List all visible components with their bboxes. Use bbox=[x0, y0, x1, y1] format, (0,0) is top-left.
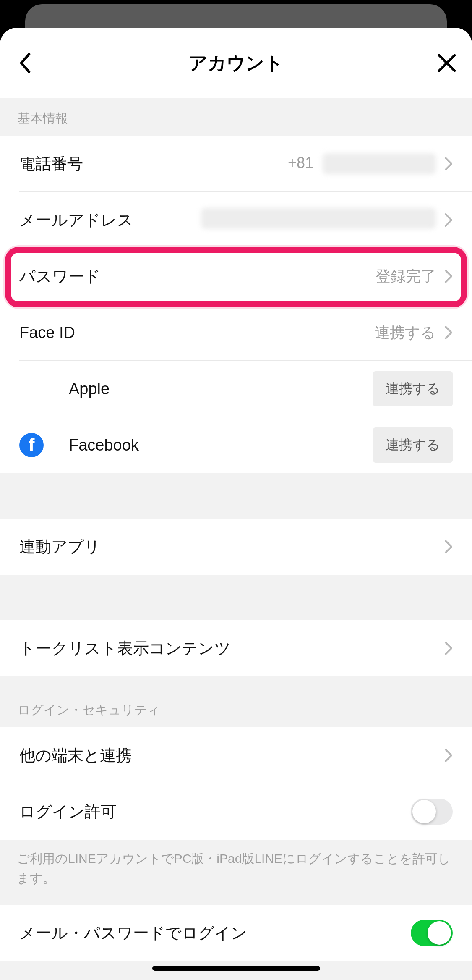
row-value-email bbox=[201, 208, 436, 233]
row-value: 登録完了 bbox=[376, 266, 436, 287]
row-provider-facebook: f Facebook 連携する bbox=[0, 417, 472, 473]
link-facebook-button[interactable]: 連携する bbox=[373, 427, 453, 463]
description-login-allow: ご利用のLINEアカウントでPC版・iPad版LINEにログインすることを許可し… bbox=[0, 840, 472, 905]
back-button[interactable] bbox=[13, 50, 38, 76]
chevron-right-icon bbox=[444, 325, 453, 340]
row-login-allow: ログイン許可 bbox=[0, 783, 472, 840]
chevron-right-icon bbox=[444, 641, 453, 655]
row-label: メール・パスワードでログイン bbox=[19, 922, 411, 944]
chevron-right-icon bbox=[444, 269, 453, 283]
header-bar: アカウント bbox=[0, 28, 472, 98]
row-value-phone: +81 bbox=[288, 153, 436, 174]
chevron-right-icon bbox=[444, 748, 453, 763]
row-label: トークリスト表示コンテンツ bbox=[19, 638, 444, 659]
section-header-basic: 基本情報 bbox=[0, 98, 472, 136]
row-label: メールアドレス bbox=[19, 210, 201, 231]
row-talklist-content[interactable]: トークリスト表示コンテンツ bbox=[0, 620, 472, 676]
close-button[interactable] bbox=[434, 50, 459, 76]
row-label: ログイン許可 bbox=[19, 801, 411, 823]
provider-label: Facebook bbox=[69, 436, 373, 454]
row-mail-password-login: メール・パスワードでログイン bbox=[0, 905, 472, 961]
row-label: 他の端末と連携 bbox=[19, 745, 444, 766]
row-other-device[interactable]: 他の端末と連携 bbox=[0, 727, 472, 783]
chevron-left-icon bbox=[19, 53, 31, 73]
chevron-right-icon bbox=[444, 540, 453, 554]
row-label: 連動アプリ bbox=[19, 536, 444, 558]
row-label: Face ID bbox=[19, 324, 375, 342]
home-indicator[interactable] bbox=[152, 966, 320, 971]
link-apple-button[interactable]: 連携する bbox=[373, 371, 453, 406]
row-linked-apps[interactable]: 連動アプリ bbox=[0, 519, 472, 575]
row-value: 連携する bbox=[375, 322, 436, 343]
row-email[interactable]: メールアドレス bbox=[0, 192, 472, 248]
row-label: 電話番号 bbox=[19, 153, 288, 175]
redacted-email bbox=[201, 208, 436, 229]
chevron-right-icon bbox=[444, 213, 453, 227]
row-faceid[interactable]: Face ID 連携する bbox=[0, 304, 472, 361]
chevron-right-icon bbox=[444, 157, 453, 171]
apple-icon bbox=[19, 377, 44, 401]
row-provider-apple: Apple 連携する bbox=[0, 361, 472, 417]
provider-label: Apple bbox=[69, 380, 373, 398]
toggle-login-allow[interactable] bbox=[411, 799, 453, 825]
redacted-phone bbox=[323, 153, 436, 174]
row-password[interactable]: パスワード 登録完了 bbox=[0, 248, 472, 304]
toggle-mail-password-login[interactable] bbox=[411, 920, 453, 946]
close-icon bbox=[437, 53, 456, 73]
page-title: アカウント bbox=[189, 51, 283, 76]
facebook-icon: f bbox=[19, 433, 44, 457]
section-header-security: ログイン・セキュリティ bbox=[0, 676, 472, 727]
row-phone[interactable]: 電話番号 +81 bbox=[0, 136, 472, 192]
row-label: パスワード bbox=[19, 266, 376, 287]
